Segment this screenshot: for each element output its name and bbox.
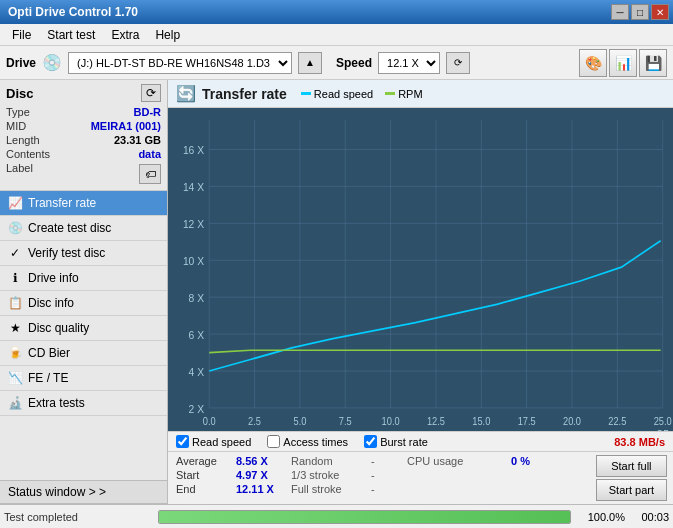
start-part-button[interactable]: Start part (596, 479, 667, 501)
end-value: 12.11 X (236, 483, 291, 495)
stats-area: Read speed Access times Burst rate 83.8 … (168, 431, 673, 504)
rpm-legend-dot (385, 92, 395, 95)
toolbar-icons: 🎨 📊 💾 (579, 49, 667, 77)
eject-button[interactable]: ▲ (298, 52, 322, 74)
nav-item-label: Create test disc (28, 221, 111, 235)
drive-info-icon: ℹ (8, 271, 22, 285)
svg-text:4 X: 4 X (189, 365, 205, 378)
titlebar: Opti Drive Control 1.70 ─ □ ✕ (0, 0, 673, 24)
cpu-usage-value: 0 % (511, 455, 571, 467)
svg-text:5.0: 5.0 (293, 416, 306, 428)
chart-icon-button[interactable]: 📊 (609, 49, 637, 77)
nav-item-fe-te[interactable]: 📉 FE / TE (0, 366, 167, 391)
end-label: End (176, 483, 236, 495)
nav-item-label: FE / TE (28, 371, 68, 385)
nav-item-create-test-disc[interactable]: 💿 Create test disc (0, 216, 167, 241)
svg-text:15.0: 15.0 (472, 416, 491, 428)
disc-contents-label: Contents (6, 148, 50, 160)
access-times-checkbox[interactable] (267, 435, 280, 448)
full-stroke-value: - (371, 483, 391, 495)
full-stroke-label: Full stroke (291, 483, 371, 495)
disc-length-row: Length 23.31 GB (6, 134, 161, 146)
cd-bier-icon: 🍺 (8, 346, 22, 360)
random-value: - (371, 455, 391, 467)
average-value: 8.56 X (236, 455, 291, 467)
minimize-button[interactable]: ─ (611, 4, 629, 20)
statusbar: Test completed 100.0% 00:03 (0, 504, 673, 528)
color-icon-button[interactable]: 🎨 (579, 49, 607, 77)
menu-extra[interactable]: Extra (103, 26, 147, 44)
nav-item-verify-test-disc[interactable]: ✓ Verify test disc (0, 241, 167, 266)
nav-item-disc-info[interactable]: 📋 Disc info (0, 291, 167, 316)
drivebar: Drive 💿 (J:) HL-DT-ST BD-RE WH16NS48 1.D… (0, 46, 673, 80)
maximize-button[interactable]: □ (631, 4, 649, 20)
drive-label: Drive (6, 56, 36, 70)
start-full-button[interactable]: Start full (596, 455, 667, 477)
read-speed-legend-label: Read speed (314, 88, 373, 100)
action-buttons: Start full Start part (586, 452, 673, 504)
cpu-usage-label: CPU usage (407, 455, 507, 467)
nav-item-label: Transfer rate (28, 196, 96, 210)
disc-header: Disc ⟳ (6, 84, 161, 102)
svg-text:25.0: 25.0 (654, 416, 673, 428)
nav-item-label: Disc info (28, 296, 74, 310)
disc-label-button[interactable]: 🏷 (139, 164, 161, 184)
menu-help[interactable]: Help (147, 26, 188, 44)
stats-row-average: Average 8.56 X Random - CPU usage 0 % (176, 454, 578, 468)
drive-disc-icon: 💿 (42, 53, 62, 72)
speed-label: Speed (336, 56, 372, 70)
chart-container: 2 X 4 X 6 X 8 X 10 X 12 X 14 X 16 X 0.0 … (168, 108, 673, 431)
nav-item-cd-bier[interactable]: 🍺 CD Bier (0, 341, 167, 366)
svg-text:6 X: 6 X (189, 328, 205, 341)
status-window-button[interactable]: Status window > > (0, 480, 167, 504)
drive-select[interactable]: (J:) HL-DT-ST BD-RE WH16NS48 1.D3 (68, 52, 292, 74)
rpm-legend-label: RPM (398, 88, 422, 100)
nav-item-transfer-rate[interactable]: 📈 Transfer rate (0, 191, 167, 216)
menu-file[interactable]: File (4, 26, 39, 44)
svg-text:12.5: 12.5 (427, 416, 446, 428)
checkbox-burst-rate[interactable]: Burst rate (364, 435, 428, 448)
checkboxes-row: Read speed Access times Burst rate 83.8 … (168, 432, 673, 452)
disc-type-row: Type BD-R (6, 106, 161, 118)
nav-item-label: Disc quality (28, 321, 89, 335)
chart-svg: 2 X 4 X 6 X 8 X 10 X 12 X 14 X 16 X 0.0 … (168, 108, 673, 431)
menu-start-test[interactable]: Start test (39, 26, 103, 44)
stroke-13-value: - (371, 469, 391, 481)
app-title: Opti Drive Control 1.70 (8, 5, 138, 19)
speed-select[interactable]: 12.1 X (378, 52, 440, 74)
svg-text:10 X: 10 X (183, 254, 205, 267)
svg-text:2.5: 2.5 (248, 416, 261, 428)
refresh-speed-button[interactable]: ⟳ (446, 52, 470, 74)
verify-test-disc-icon: ✓ (8, 246, 22, 260)
main-layout: Disc ⟳ Type BD-R MID MEIRA1 (001) Length… (0, 80, 673, 504)
legend-rpm: RPM (385, 88, 422, 100)
save-icon-button[interactable]: 💾 (639, 49, 667, 77)
checkbox-access-times[interactable]: Access times (267, 435, 348, 448)
read-speed-legend-dot (301, 92, 311, 95)
disc-refresh-button[interactable]: ⟳ (141, 84, 161, 102)
disc-length-label: Length (6, 134, 40, 146)
chart-icon: 🔄 (176, 84, 196, 103)
svg-text:10.0: 10.0 (382, 416, 401, 428)
svg-rect-0 (168, 108, 673, 431)
access-times-checkbox-label: Access times (283, 436, 348, 448)
extra-tests-icon: 🔬 (8, 396, 22, 410)
checkbox-read-speed[interactable]: Read speed (176, 435, 251, 448)
nav-item-disc-quality[interactable]: ★ Disc quality (0, 316, 167, 341)
close-button[interactable]: ✕ (651, 4, 669, 20)
progress-percent: 100.0% (575, 511, 625, 523)
read-speed-checkbox[interactable] (176, 435, 189, 448)
nav-item-drive-info[interactable]: ℹ Drive info (0, 266, 167, 291)
nav-item-extra-tests[interactable]: 🔬 Extra tests (0, 391, 167, 416)
disc-length-value: 23.31 GB (114, 134, 161, 146)
disc-mid-row: MID MEIRA1 (001) (6, 120, 161, 132)
fe-te-icon: 📉 (8, 371, 22, 385)
disc-info-icon: 📋 (8, 296, 22, 310)
disc-section: Disc ⟳ Type BD-R MID MEIRA1 (001) Length… (0, 80, 167, 191)
nav-item-label: Drive info (28, 271, 79, 285)
burst-rate-checkbox[interactable] (364, 435, 377, 448)
disc-contents-value: data (138, 148, 161, 160)
status-window-label: Status window > > (8, 485, 106, 499)
disc-mid-label: MID (6, 120, 26, 132)
start-value: 4.97 X (236, 469, 291, 481)
